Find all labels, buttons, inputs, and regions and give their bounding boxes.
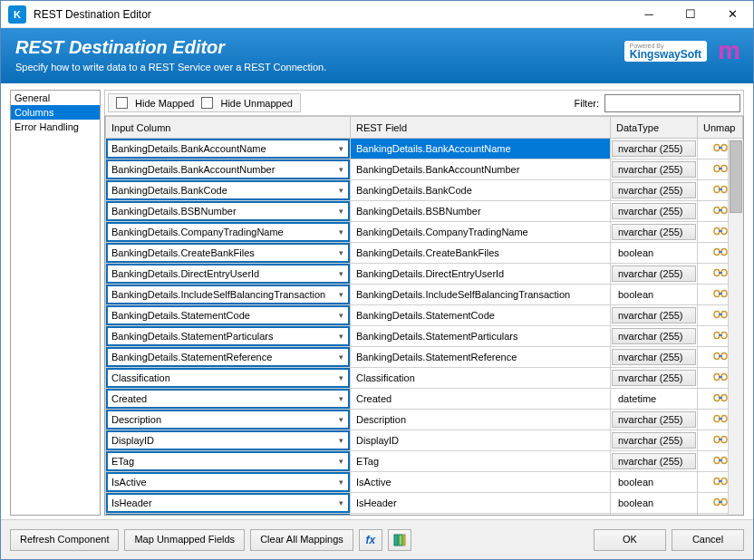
input-column-value: BankingDetails.StatementParticulars <box>108 331 334 342</box>
chevron-down-icon: ▾ <box>334 207 348 216</box>
unmap-icon[interactable] <box>713 329 728 342</box>
table-row[interactable]: Level▾Levelsmallint <box>106 514 743 517</box>
sidebar-item-error-handling[interactable]: Error Handling <box>11 120 100 134</box>
table-row[interactable]: IsActive▾IsActiveboolean <box>106 472 743 493</box>
minimize-button[interactable]: ─ <box>628 1 670 27</box>
datatype-button[interactable]: nvarchar (255) <box>612 203 696 219</box>
clear-all-mappings-button[interactable]: Clear All Mappings <box>250 529 353 551</box>
hide-unmapped-checkbox[interactable] <box>201 97 213 109</box>
expression-button[interactable]: fx <box>359 529 382 551</box>
table-row[interactable]: BankingDetails.StatementCode▾BankingDeta… <box>106 305 743 326</box>
unmap-icon[interactable] <box>713 475 728 488</box>
datatype-button[interactable]: nvarchar (255) <box>612 161 696 178</box>
input-column-value: BankingDetails.StatementReference <box>108 352 334 362</box>
input-column-combo[interactable]: BankingDetails.DirectEntryUserId▾ <box>106 264 350 284</box>
unmap-icon[interactable] <box>713 433 728 446</box>
input-column-combo[interactable]: Created▾ <box>106 389 350 409</box>
table-row[interactable]: IsHeader▾IsHeaderboolean <box>106 493 743 514</box>
input-column-combo[interactable]: BankingDetails.BSBNumber▾ <box>106 201 350 221</box>
header-input-column[interactable]: Input Column <box>106 117 351 139</box>
maximize-button[interactable]: ☐ <box>670 1 711 27</box>
chevron-down-icon: ▾ <box>334 165 348 174</box>
rest-field-cell: BankingDetails.BankAccountName <box>351 139 611 159</box>
hide-mapped-label: Hide Mapped <box>135 98 194 109</box>
input-column-combo[interactable]: DisplayID▾ <box>106 430 350 450</box>
unmap-icon[interactable] <box>713 183 728 196</box>
input-column-combo[interactable]: Level▾ <box>106 514 350 516</box>
unmap-icon[interactable] <box>713 308 728 321</box>
input-column-combo[interactable]: BankingDetails.BankAccountName▾ <box>106 139 350 159</box>
input-column-combo[interactable]: BankingDetails.IncludeSelfBalancingTrans… <box>106 285 350 304</box>
input-column-combo[interactable]: IsActive▾ <box>106 472 350 492</box>
close-button[interactable]: ✕ <box>711 1 753 27</box>
datatype-button[interactable]: nvarchar (255) <box>612 182 696 198</box>
unmap-icon[interactable] <box>713 204 728 217</box>
map-unmapped-fields-button[interactable]: Map Unmapped Fields <box>124 529 245 551</box>
table-row[interactable]: BankingDetails.BankAccountName▾BankingDe… <box>106 139 743 159</box>
input-column-combo[interactable]: BankingDetails.BankCode▾ <box>106 180 350 200</box>
unmap-icon[interactable] <box>713 246 728 258</box>
input-column-combo[interactable]: BankingDetails.StatementCode▾ <box>106 305 350 325</box>
vertical-scrollbar[interactable] <box>728 140 743 515</box>
input-column-combo[interactable]: BankingDetails.StatementParticulars▾ <box>106 326 350 346</box>
cancel-button[interactable]: Cancel <box>672 529 744 551</box>
unmap-icon[interactable] <box>713 391 728 404</box>
table-row[interactable]: ETag▾ETagnvarchar (255) <box>106 451 743 472</box>
datatype-button[interactable]: nvarchar (255) <box>612 307 696 323</box>
datatype-button[interactable]: nvarchar (255) <box>612 411 696 428</box>
input-column-combo[interactable]: BankingDetails.CreateBankFiles▾ <box>106 243 350 263</box>
datatype-button[interactable]: nvarchar (255) <box>612 266 696 282</box>
unmap-icon[interactable] <box>713 162 728 175</box>
table-row[interactable]: Created▾Createddatetime <box>106 389 743 410</box>
unmap-icon[interactable] <box>713 350 728 362</box>
table-row[interactable]: BankingDetails.BankCode▾BankingDetails.B… <box>106 180 743 201</box>
unmap-icon[interactable] <box>713 141 728 154</box>
table-row[interactable]: BankingDetails.StatementParticulars▾Bank… <box>106 326 743 347</box>
header-band: REST Destination Editor Specify how to w… <box>1 28 753 83</box>
unmap-icon[interactable] <box>713 287 728 300</box>
columns-tool-button[interactable] <box>388 529 411 551</box>
table-row[interactable]: BankingDetails.DirectEntryUserId▾Banking… <box>106 264 743 285</box>
datatype-button[interactable]: nvarchar (255) <box>612 328 696 344</box>
unmap-icon[interactable] <box>713 225 728 237</box>
rest-field-cell: BankingDetails.StatementParticulars <box>351 326 611 347</box>
table-row[interactable]: DisplayID▾DisplayIDnvarchar (255) <box>106 430 743 451</box>
refresh-component-button[interactable]: Refresh Component <box>10 529 119 551</box>
datatype-button[interactable]: nvarchar (255) <box>612 224 696 240</box>
table-row[interactable]: BankingDetails.BSBNumber▾BankingDetails.… <box>106 201 743 222</box>
datatype-button[interactable]: nvarchar (255) <box>612 453 696 469</box>
table-row[interactable]: BankingDetails.IncludeSelfBalancingTrans… <box>106 285 743 305</box>
input-column-combo[interactable]: BankingDetails.CompanyTradingName▾ <box>106 222 350 242</box>
unmap-icon[interactable] <box>713 266 728 279</box>
datatype-button[interactable]: nvarchar (255) <box>612 370 696 386</box>
input-column-combo[interactable]: Description▾ <box>106 410 350 430</box>
input-column-combo[interactable]: Classification▾ <box>106 368 350 388</box>
datatype-button[interactable]: nvarchar (255) <box>612 140 696 157</box>
chevron-down-icon: ▾ <box>334 311 348 320</box>
hide-mapped-checkbox[interactable] <box>116 97 128 109</box>
table-row[interactable]: BankingDetails.StatementReference▾Bankin… <box>106 347 743 368</box>
unmap-icon[interactable] <box>713 496 728 508</box>
table-row[interactable]: BankingDetails.CompanyTradingName▾Bankin… <box>106 222 743 243</box>
table-row[interactable]: BankingDetails.BankAccountNumber▾Banking… <box>106 159 743 180</box>
input-column-value: BankingDetails.BankCode <box>108 185 334 196</box>
input-column-combo[interactable]: BankingDetails.BankAccountNumber▾ <box>106 159 350 179</box>
sidebar-item-columns[interactable]: Columns <box>11 105 100 120</box>
unmap-icon[interactable] <box>713 454 728 467</box>
table-row[interactable]: Classification▾Classificationnvarchar (2… <box>106 368 743 389</box>
table-row[interactable]: BankingDetails.CreateBankFiles▾BankingDe… <box>106 243 743 264</box>
filter-input[interactable] <box>604 94 740 112</box>
table-row[interactable]: Description▾Descriptionnvarchar (255) <box>106 410 743 430</box>
datatype-button[interactable]: nvarchar (255) <box>612 349 696 365</box>
header-rest-field[interactable]: REST Field <box>351 117 611 139</box>
datatype-button[interactable]: nvarchar (255) <box>612 432 696 449</box>
input-column-combo[interactable]: BankingDetails.StatementReference▾ <box>106 347 350 367</box>
header-unmap[interactable]: Unmap <box>698 117 743 139</box>
input-column-combo[interactable]: ETag▾ <box>106 451 350 471</box>
ok-button[interactable]: OK <box>594 529 666 551</box>
unmap-icon[interactable] <box>713 412 728 425</box>
header-datatype[interactable]: DataType <box>611 117 698 139</box>
sidebar-item-general[interactable]: General <box>11 91 100 105</box>
input-column-combo[interactable]: IsHeader▾ <box>106 493 350 513</box>
unmap-icon[interactable] <box>713 371 728 383</box>
